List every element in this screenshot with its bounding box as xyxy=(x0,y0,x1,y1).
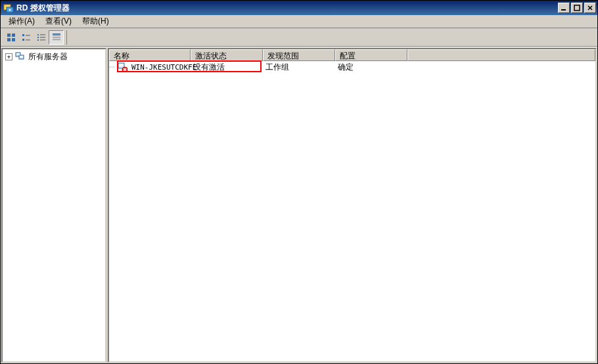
svg-rect-28 xyxy=(20,56,23,58)
toolbar-view-large-icons[interactable] xyxy=(3,30,18,45)
tree-pane[interactable]: + 所有服务器 xyxy=(1,48,106,363)
tree-root-label: 所有服务器 xyxy=(28,51,68,62)
svg-rect-7 xyxy=(7,34,11,37)
svg-rect-11 xyxy=(22,34,24,36)
svg-rect-19 xyxy=(37,39,39,41)
svg-point-2 xyxy=(9,9,11,11)
list-row[interactable]: WIN-JKESUTCDKFE 没有激活 工作组 确定 xyxy=(109,61,595,73)
titlebar: RD 授权管理器 xyxy=(1,1,597,15)
minimize-button[interactable] xyxy=(558,3,570,13)
svg-rect-9 xyxy=(7,38,11,41)
menu-action[interactable]: 操作(A) xyxy=(3,14,40,28)
svg-rect-18 xyxy=(40,37,45,38)
svg-rect-16 xyxy=(40,34,45,35)
svg-rect-23 xyxy=(53,37,60,38)
column-scope[interactable]: 发现范围 xyxy=(263,49,335,61)
toolbar-separator xyxy=(66,30,70,45)
list-body[interactable]: WIN-JKESUTCDKFE 没有激活 工作组 确定 xyxy=(109,61,595,361)
toolbar xyxy=(1,28,597,47)
column-spacer xyxy=(407,49,595,61)
svg-rect-20 xyxy=(40,39,45,41)
toolbar-view-small-icons[interactable] xyxy=(18,30,34,45)
window-controls xyxy=(558,3,596,13)
svg-rect-3 xyxy=(561,9,566,11)
svg-rect-15 xyxy=(37,34,39,35)
column-name[interactable]: 名称 xyxy=(109,49,191,61)
maximize-button[interactable] xyxy=(571,3,583,13)
svg-rect-22 xyxy=(53,35,60,36)
column-status[interactable]: 激活状态 xyxy=(191,49,263,61)
cell-config: 确定 xyxy=(334,62,406,73)
toolbar-view-list[interactable] xyxy=(34,30,49,45)
server-warning-icon xyxy=(117,62,127,72)
svg-rect-8 xyxy=(12,34,15,37)
svg-rect-13 xyxy=(22,39,24,41)
app-icon xyxy=(3,3,14,13)
menu-view[interactable]: 查看(V) xyxy=(40,14,77,28)
list-pane: 名称 激活状态 发现范围 配置 xyxy=(108,48,597,363)
app-window: RD 授权管理器 操作(A) 查看(V) 帮助(H) xyxy=(0,0,598,364)
content-area: + 所有服务器 名称 激活状态 发现范围 配置 xyxy=(1,47,597,363)
cell-scope: 工作组 xyxy=(262,62,334,73)
tree-root-all-servers[interactable]: + 所有服务器 xyxy=(4,51,104,62)
toolbar-view-details[interactable] xyxy=(49,30,64,45)
cell-status: 没有激活 xyxy=(189,62,262,73)
list-header: 名称 激活状态 发现范围 配置 xyxy=(109,49,595,61)
menu-help[interactable]: 帮助(H) xyxy=(77,14,114,28)
svg-rect-24 xyxy=(53,39,60,40)
svg-rect-10 xyxy=(12,38,15,41)
menubar: 操作(A) 查看(V) 帮助(H) xyxy=(1,15,597,28)
svg-rect-31 xyxy=(119,64,124,66)
expand-icon[interactable]: + xyxy=(5,53,12,60)
column-config[interactable]: 配置 xyxy=(335,49,407,61)
svg-rect-14 xyxy=(26,39,30,41)
tree-connector-icon xyxy=(109,61,117,73)
svg-rect-27 xyxy=(16,53,20,55)
svg-rect-12 xyxy=(26,35,30,36)
svg-rect-21 xyxy=(53,34,60,35)
cell-name: WIN-JKESUTCDKFE xyxy=(127,63,189,72)
svg-rect-4 xyxy=(574,5,580,11)
servers-icon xyxy=(15,51,26,62)
window-title: RD 授权管理器 xyxy=(16,3,558,14)
svg-rect-17 xyxy=(37,37,39,38)
close-button[interactable] xyxy=(584,3,596,13)
